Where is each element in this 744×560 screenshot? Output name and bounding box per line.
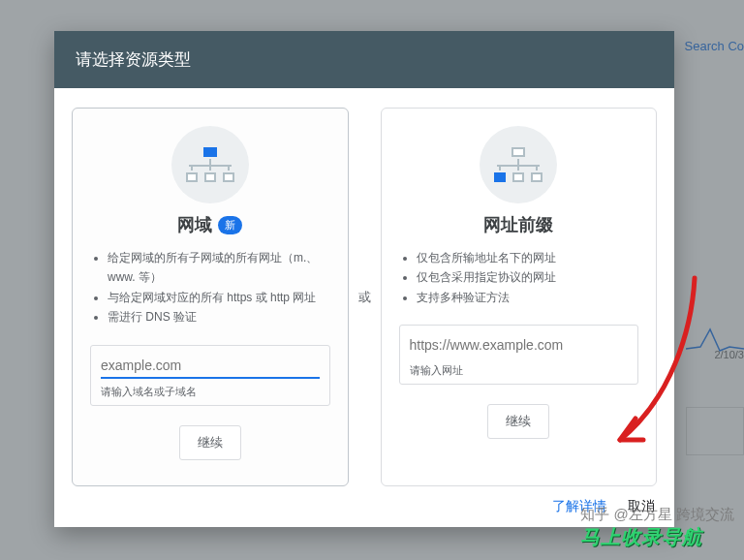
watermark: 知乎 @左方星 跨境交流 马上收录导航 xyxy=(580,506,734,550)
domain-bullets: 给定网域的所有子网域的所有网址（m.、www. 等） 与给定网域对应的所有 ht… xyxy=(90,248,330,327)
list-item: 仅包含采用指定协议的网址 xyxy=(417,267,639,287)
list-item: 给定网域的所有子网域的所有网址（m.、www. 等） xyxy=(108,248,330,288)
list-item: 支持多种验证方法 xyxy=(417,288,639,307)
dialog-title: 请选择资源类型 xyxy=(54,31,674,88)
list-item: 仅包含所输地址名下的网址 xyxy=(417,248,639,267)
domain-card[interactable]: 网域 新 给定网域的所有子网域的所有网址（m.、www. 等） 与给定网域对应的… xyxy=(72,108,349,486)
domain-input[interactable] xyxy=(101,356,320,379)
property-type-dialog: 请选择资源类型 网域 新 给定网域的所有子网域的所有网址（m.、www. 等） … xyxy=(54,31,674,527)
new-badge: 新 xyxy=(218,216,242,234)
url-prefix-input-wrapper: 请输入网址 xyxy=(399,325,639,385)
list-item: 需进行 DNS 验证 xyxy=(108,307,330,327)
watermark-line2: 马上收录导航 xyxy=(580,524,734,550)
or-separator: 或 xyxy=(356,289,373,306)
domain-card-title: 网域 xyxy=(177,213,212,236)
domain-input-hint: 请输入域名或子域名 xyxy=(101,385,320,399)
url-prefix-bullets: 仅包含所输地址名下的网址 仅包含采用指定协议的网址 支持多种验证方法 xyxy=(399,248,639,307)
list-item: 与给定网域对应的所有 https 或 http 网址 xyxy=(108,288,330,307)
domain-icon xyxy=(171,126,249,203)
dialog-body: 网域 新 给定网域的所有子网域的所有网址（m.、www. 等） 与给定网域对应的… xyxy=(54,88,674,486)
url-prefix-continue-button[interactable]: 继续 xyxy=(487,404,549,439)
domain-input-wrapper: 请输入域名或子域名 xyxy=(90,345,330,406)
domain-continue-button[interactable]: 继续 xyxy=(179,425,241,460)
url-prefix-input[interactable] xyxy=(410,335,629,358)
watermark-line1: 知乎 @左方星 跨境交流 xyxy=(580,506,734,524)
url-prefix-icon xyxy=(480,126,557,203)
url-prefix-card-title: 网址前缀 xyxy=(483,213,553,236)
url-prefix-card[interactable]: 网址前缀 仅包含所输地址名下的网址 仅包含采用指定协议的网址 支持多种验证方法 … xyxy=(381,108,658,486)
url-prefix-input-hint: 请输入网址 xyxy=(410,363,629,378)
